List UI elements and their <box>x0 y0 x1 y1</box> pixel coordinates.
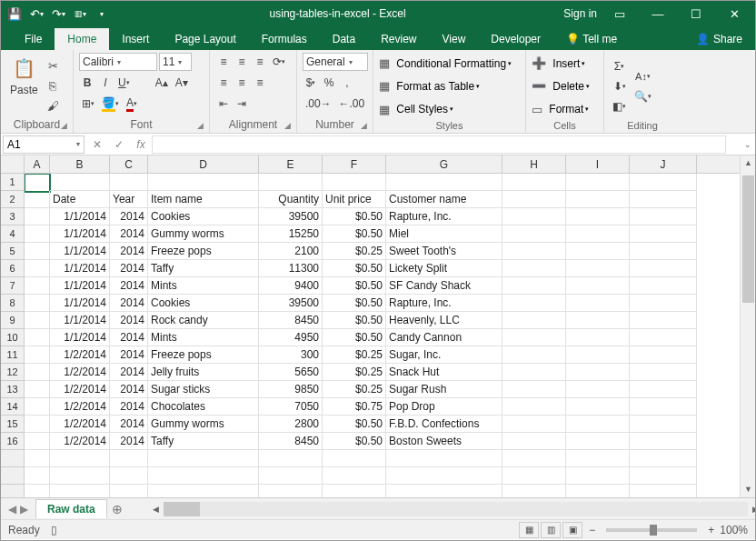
align-right-button[interactable]: ≡ <box>252 74 268 92</box>
cell[interactable] <box>630 329 697 346</box>
cell[interactable]: $0.25 <box>323 346 386 364</box>
cell[interactable]: $0.50 <box>323 295 386 312</box>
tab-home[interactable]: Home <box>55 28 109 50</box>
cell[interactable] <box>50 174 110 191</box>
cell[interactable]: 2800 <box>259 416 323 433</box>
cell[interactable]: 2014 <box>110 260 148 277</box>
tab-review[interactable]: Review <box>368 28 429 50</box>
cell[interactable]: 2014 <box>110 398 148 416</box>
horizontal-scrollbar[interactable]: ◀ ▶ <box>164 502 748 516</box>
dialog-launcher-icon[interactable]: ◢ <box>197 121 204 130</box>
cell[interactable] <box>630 433 697 450</box>
column-header[interactable]: E <box>259 155 323 173</box>
cell[interactable]: $0.50 <box>323 260 386 277</box>
cell[interactable]: Pop Drop <box>386 398 502 416</box>
cell[interactable] <box>630 295 697 312</box>
tab-developer[interactable]: Developer <box>478 28 553 50</box>
new-sheet-button[interactable]: ⊕ <box>107 502 127 516</box>
cell[interactable]: $0.50 <box>323 312 386 329</box>
cell[interactable] <box>25 191 50 208</box>
cell[interactable] <box>110 450 148 467</box>
vertical-scrollbar[interactable]: ▲ ▼ <box>740 155 755 497</box>
cell[interactable] <box>25 381 50 398</box>
decrease-font-button[interactable]: A▾ <box>173 74 191 92</box>
cell[interactable] <box>502 260 566 277</box>
cell[interactable]: 1/1/2014 <box>50 243 110 260</box>
cell[interactable]: Heavenly, LLC <box>386 312 502 329</box>
signin-link[interactable]: Sign in <box>563 7 597 20</box>
cell[interactable]: Candy Cannon <box>386 329 502 346</box>
row-header[interactable]: 2 <box>1 191 24 208</box>
sheet-nav[interactable]: ◀▶ <box>1 503 35 516</box>
row-header[interactable]: 14 <box>1 398 24 416</box>
align-middle-button[interactable]: ≡ <box>234 53 250 71</box>
cell[interactable] <box>110 174 148 191</box>
row-header[interactable] <box>1 467 24 485</box>
formula-expand-icon[interactable]: ⌄ <box>741 140 755 149</box>
cell[interactable]: 7050 <box>259 398 323 416</box>
cell[interactable]: 1/2/2014 <box>50 416 110 433</box>
cell[interactable]: Year <box>110 191 148 208</box>
find-select-button[interactable]: 🔍▾ <box>632 87 654 105</box>
cell[interactable]: Freeze pops <box>148 346 259 364</box>
conditional-formatting-button[interactable]: ▦ Conditional Formatting▾ <box>379 56 520 70</box>
cell[interactable]: Taffy <box>148 433 259 450</box>
italic-button[interactable]: I <box>97 74 114 92</box>
cut-button[interactable]: ✂ <box>45 56 61 75</box>
cell[interactable] <box>566 260 630 277</box>
cell[interactable]: 2014 <box>110 364 148 381</box>
format-as-table-button[interactable]: ▦ Format as Table▾ <box>379 79 520 93</box>
dialog-launcher-icon[interactable]: ◢ <box>61 121 67 130</box>
cell[interactable] <box>502 364 566 381</box>
cancel-icon[interactable]: ✕ <box>86 138 108 151</box>
cell[interactable] <box>25 416 50 433</box>
tab-view[interactable]: View <box>430 28 479 50</box>
column-header[interactable]: B <box>50 155 110 173</box>
cell[interactable] <box>502 191 566 208</box>
fx-icon[interactable]: fx <box>130 138 152 151</box>
cell[interactable]: $0.50 <box>323 277 386 295</box>
minimize-button[interactable]: — <box>641 3 675 25</box>
cell[interactable]: 1/2/2014 <box>50 346 110 364</box>
tab-page-layout[interactable]: Page Layout <box>162 28 248 50</box>
cell[interactable] <box>566 312 630 329</box>
cell[interactable] <box>630 485 697 497</box>
cell[interactable] <box>25 329 50 346</box>
qat-customize-icon[interactable]: ▥▾ <box>70 4 90 24</box>
dialog-launcher-icon[interactable]: ◢ <box>284 121 291 130</box>
cell[interactable] <box>50 450 110 467</box>
cell[interactable]: Sugar sticks <box>148 381 259 398</box>
cell[interactable]: $0.50 <box>323 433 386 450</box>
cell[interactable] <box>566 364 630 381</box>
prev-sheet-icon[interactable]: ◀ <box>8 503 16 516</box>
cell[interactable]: 39500 <box>259 208 323 225</box>
zoom-slider[interactable] <box>606 528 697 532</box>
cell[interactable]: 2014 <box>110 433 148 450</box>
tell-me[interactable]: 💡 Tell me <box>553 28 630 50</box>
cell[interactable]: $0.50 <box>323 416 386 433</box>
cell[interactable]: Gummy worms <box>148 416 259 433</box>
cell[interactable] <box>25 346 50 364</box>
cell[interactable]: Taffy <box>148 260 259 277</box>
cell[interactable]: 2100 <box>259 243 323 260</box>
cell[interactable] <box>502 467 566 485</box>
cells-area[interactable]: DateYearItem nameQuantityUnit priceCusto… <box>25 174 740 497</box>
row-header[interactable]: 3 <box>1 208 24 225</box>
tab-file[interactable]: File <box>12 28 55 50</box>
format-cells-button[interactable]: ▭ Format▾ <box>532 103 598 116</box>
cell[interactable]: $0.50 <box>323 329 386 346</box>
cell[interactable] <box>502 174 566 191</box>
ribbon-display-icon[interactable]: ▭ <box>602 3 637 25</box>
cell[interactable]: $0.25 <box>323 381 386 398</box>
tab-formulas[interactable]: Formulas <box>249 28 320 50</box>
scroll-left-icon[interactable]: ◀ <box>149 502 164 516</box>
delete-cells-button[interactable]: ➖ Delete▾ <box>532 79 598 93</box>
cell[interactable]: Sweet Tooth's <box>386 243 502 260</box>
tab-data[interactable]: Data <box>320 28 368 50</box>
cell[interactable] <box>566 277 630 295</box>
bold-button[interactable]: B <box>79 74 95 92</box>
zoom-in-button[interactable]: + <box>708 524 714 536</box>
cell[interactable]: Cookies <box>148 295 259 312</box>
cell[interactable] <box>566 329 630 346</box>
cell[interactable] <box>259 485 323 497</box>
